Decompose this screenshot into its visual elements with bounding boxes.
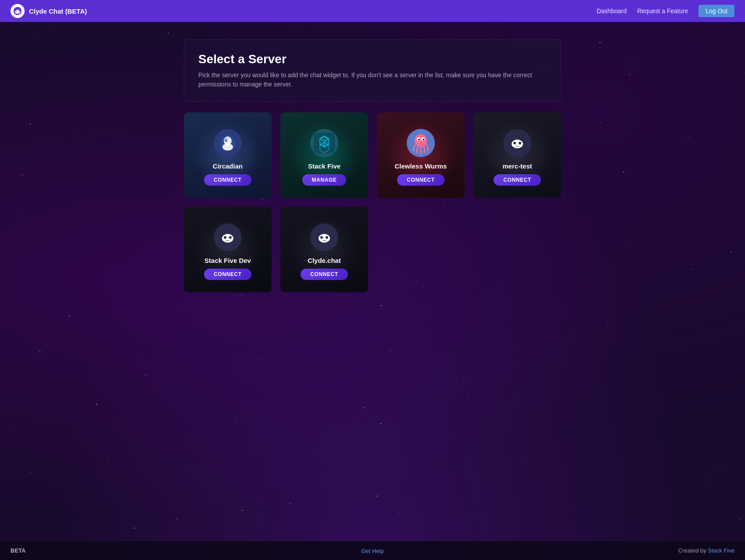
server-card-merc[interactable]: merc-test CONNECT (473, 112, 561, 198)
svg-point-44 (324, 241, 325, 241)
footer-beta-label: BETA (11, 547, 25, 554)
server-card-s5dev[interactable]: Stack Five Dev CONNECT (184, 207, 272, 292)
navbar-right: Dashboard Request a Feature Log Out (597, 5, 734, 17)
footer: BETA Get Help Created by Stack Five (0, 541, 745, 560)
stackfive-icon (310, 129, 338, 157)
svg-point-17 (415, 134, 427, 147)
svg-point-21 (423, 139, 424, 140)
server-card-circadian[interactable]: Circadian CONNECT (184, 112, 272, 198)
main-content: Select a Server Pick the server you woul… (175, 22, 570, 327)
connect-button-s5dev[interactable]: CONNECT (204, 269, 251, 280)
svg-point-32 (224, 236, 226, 239)
server-name-clewless: Clewless Wurms (395, 162, 447, 170)
footer-center: Get Help (361, 547, 383, 555)
connect-button-clewless[interactable]: CONNECT (397, 174, 444, 186)
server-icon-clydechat (310, 223, 338, 251)
svg-point-8 (226, 140, 227, 141)
server-icon-clewless (407, 129, 435, 157)
merc-icon (503, 129, 531, 157)
server-name-s5dev: Stack Five Dev (204, 257, 251, 264)
svg-point-6 (222, 144, 233, 151)
app-title: Clyde Chat (BETA) (29, 7, 87, 15)
svg-point-3 (18, 11, 20, 12)
server-name-stackfive: Stack Five (308, 162, 340, 170)
server-card-clewless[interactable]: Clewless Wurms CONNECT (377, 112, 465, 198)
logout-button[interactable]: Log Out (698, 5, 734, 17)
clydechat-icon (310, 223, 338, 251)
svg-point-43 (322, 241, 323, 241)
navbar-left: Clyde Chat (BETA) (11, 4, 87, 18)
clewless-icon (407, 129, 435, 157)
svg-point-40 (320, 236, 323, 239)
server-card-stackfive[interactable]: Stack Five MANAGE (280, 112, 368, 198)
connect-button-circadian[interactable]: CONNECT (204, 174, 251, 186)
svg-point-1 (15, 10, 21, 14)
header-card: Select a Server Pick the server you woul… (184, 39, 561, 102)
circadian-icon (214, 129, 242, 157)
svg-point-20 (418, 139, 420, 140)
server-name-circadian: Circadian (213, 162, 243, 170)
connect-button-clydechat[interactable]: CONNECT (301, 269, 348, 280)
server-icon-stackfive (310, 129, 338, 157)
request-feature-link[interactable]: Request a Feature (637, 7, 688, 14)
app-logo (11, 4, 25, 18)
svg-point-41 (326, 236, 328, 239)
svg-point-2 (15, 11, 17, 12)
server-icon-circadian (214, 129, 242, 157)
svg-point-29 (518, 146, 519, 147)
svg-point-36 (227, 241, 228, 241)
svg-point-35 (226, 241, 227, 241)
footer-help-link[interactable]: Get Help (361, 548, 383, 554)
svg-point-24 (513, 142, 516, 144)
footer-stack-five-link[interactable]: Stack Five (708, 547, 734, 554)
manage-button-stackfive[interactable]: MANAGE (302, 174, 347, 186)
navbar: Clyde Chat (BETA) Dashboard Request a Fe… (0, 0, 745, 22)
server-icon-s5dev (214, 223, 242, 251)
svg-point-27 (516, 146, 516, 147)
dashboard-link[interactable]: Dashboard (597, 7, 627, 14)
server-card-clydechat[interactable]: Clyde.chat CONNECT (280, 207, 368, 292)
page-title: Select a Server (198, 52, 547, 66)
svg-point-25 (519, 142, 521, 144)
footer-right: Created by Stack Five (678, 547, 734, 554)
footer-created-by: Created by (678, 547, 708, 554)
server-name-clydechat: Clyde.chat (308, 257, 341, 264)
svg-point-37 (229, 241, 229, 241)
server-icon-merc (503, 129, 531, 157)
svg-point-45 (325, 241, 326, 241)
svg-point-33 (229, 236, 232, 239)
page-description: Pick the server you would like to add th… (198, 71, 547, 89)
s5dev-icon (214, 223, 242, 251)
server-name-merc: merc-test (502, 162, 532, 170)
svg-point-28 (517, 146, 518, 147)
connect-button-merc[interactable]: CONNECT (494, 174, 541, 186)
server-grid: Circadian CONNECT (184, 112, 561, 292)
